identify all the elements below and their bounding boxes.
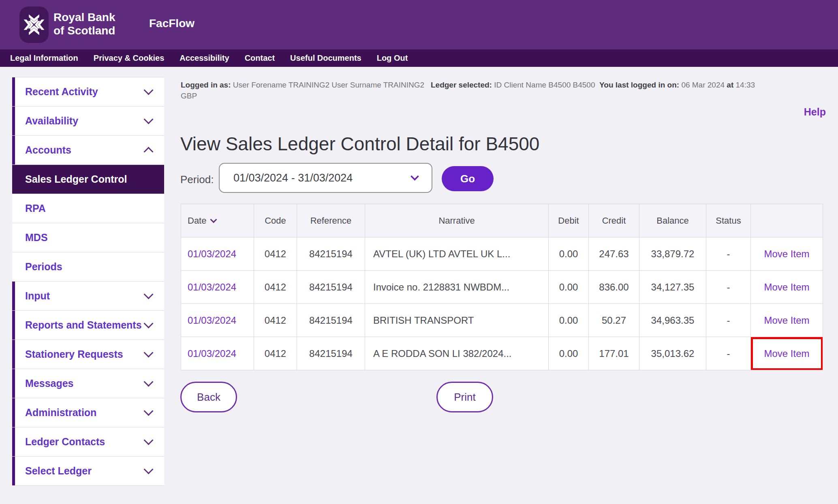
sidebar-item-label: RPA [25,203,46,214]
table-row-debit: 0.00 [549,271,589,304]
table-row-reference: 84215194 [297,271,365,304]
move-item-link[interactable]: Move Item [764,348,809,359]
column-header-narrative: Narrative [365,204,549,237]
period-dropdown[interactable]: 01/03/2024 - 31/03/2024 [219,163,432,193]
table-row-reference: 84215194 [297,304,365,337]
sidebar-item-label: Administration [25,407,96,419]
table-row-action: Move Item [751,271,823,304]
nav-legal-information[interactable]: Legal Information [10,53,78,63]
table-row-balance: 34,963.35 [639,304,706,337]
table-row-narrative: Invoice no. 2128831 NWBDM... [365,271,549,304]
date-link[interactable]: 01/03/2024 [188,282,236,293]
chevron-down-icon [143,377,153,387]
sidebar-item-label: Recent Activity [25,86,98,98]
table-row-balance: 33,879.72 [639,237,706,271]
at-label: at [727,81,733,89]
table-row-debit: 0.00 [549,304,589,337]
chevron-down-icon [143,318,153,328]
sidebar-item-label: Ledger Contacts [25,436,105,448]
top-nav: Legal Information Privacy & Cookies Acce… [0,49,838,67]
table-row-date: 01/03/2024 [181,237,254,271]
sidebar-item-periods[interactable]: Periods [12,252,164,282]
column-header-status: Status [706,204,751,237]
sidebar-item-ledger-contacts[interactable]: Ledger Contacts [12,427,164,457]
brand-line2: of Scotland [53,24,115,37]
table-row-status: - [706,237,751,271]
logged-in-label: Logged in as: [181,81,231,89]
move-item-link[interactable]: Move Item [764,248,809,260]
sidebar-item-administration[interactable]: Administration [12,398,164,427]
table-row-status: - [706,304,751,337]
move-item-link[interactable]: Move Item [764,315,809,326]
date-link[interactable]: 01/03/2024 [188,315,236,326]
table-row-narrative: A E RODDA SON LI 382/2024... [365,337,549,370]
chevron-down-icon [143,289,153,299]
date-link[interactable]: 01/03/2024 [188,248,236,260]
sidebar-item-label: Sales Ledger Control [25,173,127,185]
table-row-credit: 50.27 [589,304,639,337]
sidebar-nav: Recent Activity Availability Accounts Sa… [12,77,164,486]
table-row-code: 0412 [254,337,297,370]
nav-contact[interactable]: Contact [245,53,275,63]
column-header-debit: Debit [549,204,589,237]
column-header-code: Code [254,204,297,237]
help-link[interactable]: Help [804,106,826,118]
table-row-date: 01/03/2024 [181,304,254,337]
column-header-date[interactable]: Date [181,204,254,237]
sidebar-item-mds[interactable]: MDS [12,223,164,252]
sidebar-item-label: Stationery Requests [25,348,123,360]
back-button[interactable]: Back [180,382,237,412]
sort-descending-icon [210,216,217,223]
move-item-link[interactable]: Move Item [764,282,809,293]
chevron-down-icon [143,348,153,357]
sidebar-item-label: Select Ledger [25,465,92,477]
table-row-code: 0412 [254,304,297,337]
sidebar-item-label: Messages [25,378,74,389]
nav-privacy-cookies[interactable]: Privacy & Cookies [94,53,165,63]
sidebar-item-input[interactable]: Input [12,282,164,311]
chevron-down-icon [143,406,153,416]
column-header-action [751,204,823,237]
session-info: Logged in as: User Forename TRAINING2 Us… [181,79,827,101]
table-row-balance: 35,013.62 [639,337,706,370]
sidebar-item-stationery-requests[interactable]: Stationery Requests [12,340,164,369]
brand-line1: Royal Bank [53,11,115,24]
sidebar-item-sales-ledger-control[interactable]: Sales Ledger Control [12,165,164,194]
chevron-down-icon [143,435,153,445]
chevron-down-icon [143,114,153,124]
table-row-status: - [706,271,751,304]
last-login-time: 14:33 [736,81,755,89]
chevron-up-icon [143,147,153,156]
brand-name: Royal Bank of Scotland [53,11,115,37]
sidebar-item-label: Reports and Statements [25,319,142,331]
table-row-narrative: AVTEL (UK) LTD AVTEL UK L... [365,237,549,271]
ledger-selected-value: ID Client Name B4500 B4500 [494,81,595,89]
table-row-code: 0412 [254,271,297,304]
sidebar-item-label: Accounts [25,144,71,156]
nav-log-out[interactable]: Log Out [377,53,408,63]
logged-in-value: User Forename TRAINING2 User Surname TRA… [233,81,424,89]
nav-accessibility[interactable]: Accessibility [180,53,229,63]
column-header-balance: Balance [639,204,706,237]
chevron-down-icon [143,85,153,95]
sidebar-item-label: Input [25,290,50,302]
sidebar-item-reports-and-statements[interactable]: Reports and Statements [12,311,164,340]
sidebar-item-rpa[interactable]: RPA [12,194,164,223]
table-row-debit: 0.00 [549,237,589,271]
sidebar-item-messages[interactable]: Messages [12,369,164,398]
table-row-date: 01/03/2024 [181,337,254,370]
table-row-credit: 247.63 [589,237,639,271]
go-button[interactable]: Go [442,166,494,191]
nav-useful-documents[interactable]: Useful Documents [290,53,361,63]
sidebar-item-select-ledger[interactable]: Select Ledger [12,457,164,486]
sidebar-item-accounts[interactable]: Accounts [12,136,164,165]
last-login-date: 06 Mar 2024 [681,81,725,89]
sidebar-item-availability[interactable]: Availability [12,107,164,136]
date-link[interactable]: 01/03/2024 [188,348,236,359]
table-row-action-highlighted: Move Item [751,337,823,370]
column-header-reference: Reference [297,204,365,237]
ledger-detail-table: Date Code Reference Narrative Debit Cred… [181,204,823,370]
sidebar-item-recent-activity[interactable]: Recent Activity [12,77,164,107]
table-row-balance: 34,127.35 [639,271,706,304]
print-button[interactable]: Print [436,382,493,412]
